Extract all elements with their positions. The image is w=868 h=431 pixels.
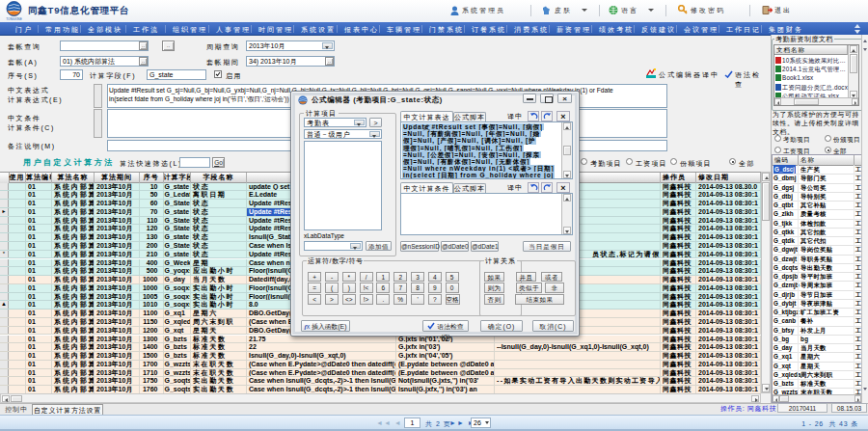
svg-text:TONGXINE: TONGXINE xyxy=(6,17,22,21)
